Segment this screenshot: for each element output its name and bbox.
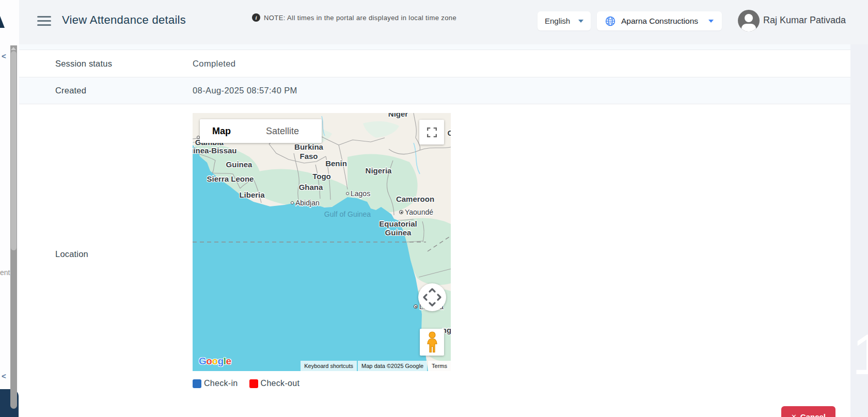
map-type-control: Map Satellite — [200, 119, 322, 143]
city-dot-icon — [346, 192, 349, 195]
table-row-session-status: Session status Completed — [19, 50, 850, 77]
google-logo[interactable]: Google — [199, 356, 231, 367]
collapse-chevron-bottom-icon[interactable]: < — [2, 372, 6, 380]
map-label-sierra-leone: Sierra Leone — [207, 174, 254, 183]
fullscreen-button[interactable] — [419, 120, 444, 145]
legend-item-checkout: Check-out — [249, 379, 300, 388]
top-header: View Attendance details i NOTE: All time… — [0, 0, 868, 44]
city-dot-icon — [399, 210, 403, 214]
map-label-cameroon: Cameroon — [396, 195, 434, 203]
page-marker: 1 — [852, 321, 868, 388]
cancel-button[interactable]: ✕ Cancel — [781, 406, 835, 417]
map-label-guinea-bissau: Guinea-Bissau — [193, 146, 237, 155]
attendance-details-card: Session status Completed Created 08-Aug-… — [19, 44, 850, 417]
language-value: English — [545, 17, 570, 25]
location-content: NigerCBurkinaFasoBeninNigeriae GambiaGui… — [193, 104, 451, 404]
pan-arrows-icon — [418, 283, 446, 311]
map-data-text: Map data ©2025 Google — [358, 361, 427, 371]
map-label-yaound-: Yaoundé — [399, 208, 433, 216]
globe-icon — [605, 16, 616, 26]
map-label-burkina: Burkina — [294, 142, 323, 151]
sidebar-item-fragment: ent — [0, 268, 10, 277]
keyboard-shortcuts-link[interactable]: Keyboard shortcuts — [301, 361, 357, 371]
app-logo-fragment — [0, 16, 5, 28]
map-label-benin: Benin — [325, 159, 347, 168]
scroll-up-icon[interactable] — [11, 47, 16, 50]
legend-item-checkin: Check-in — [193, 379, 238, 388]
session-status-label: Session status — [19, 59, 193, 69]
cancel-button-label: Cancel — [800, 412, 826, 417]
pegman-icon — [424, 331, 440, 353]
user-avatar[interactable] — [738, 10, 760, 31]
checkin-swatch-icon — [193, 379, 201, 388]
pan-control[interactable] — [418, 283, 446, 311]
session-status-value: Completed — [193, 59, 235, 69]
timezone-note-text: NOTE: All times in the portal are displa… — [264, 14, 456, 22]
checkout-label: Check-out — [261, 379, 300, 388]
map-attribution: Keyboard shortcuts Map data ©2025 Google… — [301, 361, 451, 371]
map-label-abidjan: Abidjan — [291, 199, 320, 207]
map-label-niger: Niger — [388, 113, 408, 118]
map-label-gulf-of-guinea: Gulf of Guinea — [324, 210, 371, 218]
map-type-satellite-button[interactable]: Satellite — [243, 119, 322, 143]
map-label-togo: Togo — [312, 172, 331, 181]
language-dropdown[interactable]: English — [538, 11, 591, 30]
scrollbar-thumb[interactable] — [11, 51, 17, 250]
location-label: Location — [19, 249, 193, 259]
fullscreen-icon — [427, 127, 437, 137]
map-label-faso: Faso — [299, 152, 318, 161]
chevron-down-icon — [578, 20, 583, 23]
chevron-down-icon — [708, 20, 714, 23]
table-row-created: Created 08-Aug-2025 08:57:40 PM — [19, 77, 850, 104]
city-dot-icon — [291, 201, 294, 204]
right-gutter: 1 — [850, 44, 868, 417]
map-type-map-button[interactable]: Map — [200, 119, 243, 143]
google-map[interactable]: NigerCBurkinaFasoBeninNigeriae GambiaGui… — [193, 113, 451, 371]
map-label-guinea: Guinea — [226, 160, 252, 169]
organization-value: Aparna Constructions — [621, 17, 698, 26]
map-legend: Check-in Check-out — [193, 379, 451, 388]
table-row-partial — [19, 44, 850, 50]
map-label-equatorial: Equatorial — [379, 219, 417, 228]
map-label-nigeria: Nigeria — [366, 166, 392, 175]
map-label-ghana: Ghana — [299, 183, 323, 191]
sidebar-scrollbar[interactable] — [10, 45, 17, 409]
page-title: View Attendance details — [62, 13, 186, 27]
user-name: Raj Kumar Pativada — [763, 15, 846, 26]
checkout-swatch-icon — [249, 379, 258, 388]
table-row-location: Location — [19, 104, 850, 404]
hamburger-menu-icon[interactable] — [37, 16, 51, 26]
street-view-pegman-button[interactable] — [420, 329, 444, 356]
terms-link[interactable]: Terms — [428, 361, 451, 371]
created-value: 08-Aug-2025 08:57:40 PM — [193, 86, 297, 95]
map-label-liberia: Liberia — [239, 190, 264, 199]
map-label-guinea: Guinea — [385, 228, 412, 237]
city-dot-icon — [414, 304, 418, 309]
created-label: Created — [19, 86, 193, 95]
timezone-note: i NOTE: All times in the portal are disp… — [252, 13, 456, 22]
map-label-lagos: Lagos — [346, 189, 370, 198]
organization-dropdown[interactable]: Aparna Constructions — [597, 11, 722, 30]
info-icon: i — [252, 13, 260, 22]
checkin-label: Check-in — [204, 379, 238, 388]
collapse-chevron-top-icon[interactable]: < — [2, 52, 6, 60]
map-label-c: C — [448, 129, 451, 137]
collapsed-sidebar: ent < < — [0, 0, 19, 417]
close-icon: ✕ — [791, 413, 797, 417]
